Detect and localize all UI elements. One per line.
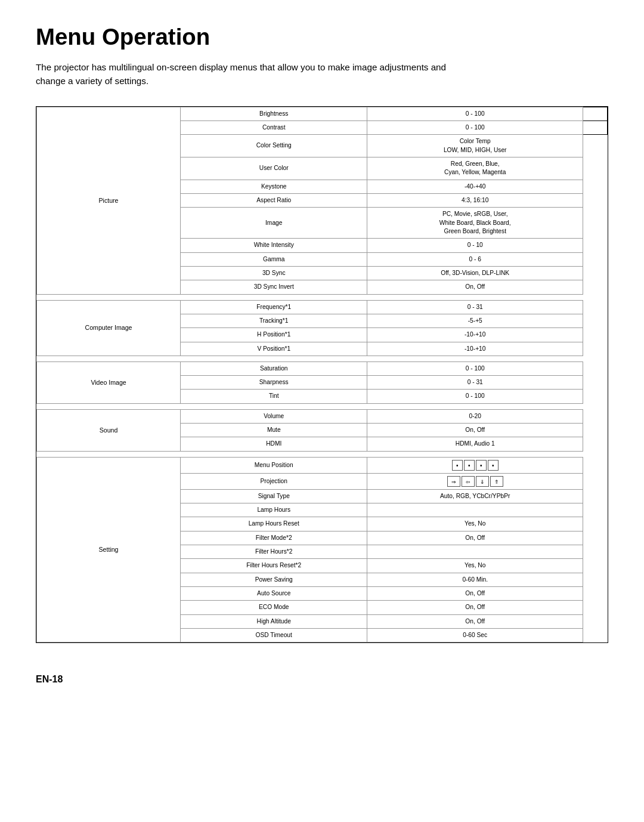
category-cell: Computer Image <box>37 300 181 356</box>
setting-label: White Intensity <box>181 239 367 252</box>
setting-label: Volume <box>181 409 367 423</box>
category-cell: Setting <box>37 457 181 642</box>
setting-label: ECO Mode <box>181 601 367 614</box>
setting-label: Image <box>181 208 367 239</box>
setting-label: Aspect Ratio <box>181 193 367 207</box>
setting-value: 0-60 Sec <box>367 629 583 642</box>
setting-label: Frequency*1 <box>181 300 367 314</box>
setting-label: Lamp Hours <box>181 503 367 517</box>
setting-label: OSD Timeout <box>181 629 367 642</box>
setting-label: Contrast <box>181 120 367 134</box>
setting-value: Red, Green, Blue, Cyan, Yellow, Magenta <box>367 157 583 180</box>
setting-label: V Position*1 <box>181 342 367 356</box>
setting-value: On, Off <box>367 614 583 628</box>
setting-label: Color Setting <box>181 135 367 157</box>
category-cell: Video Image <box>37 361 181 403</box>
setting-value: On, Off <box>367 601 583 614</box>
setting-label: Gamma <box>181 252 367 266</box>
setting-value: -5-+5 <box>367 314 583 327</box>
setting-value: -10-+10 <box>367 328 583 342</box>
setting-value: PC, Movie, sRGB, User, White Board, Blac… <box>367 208 583 239</box>
setting-value: -10-+10 <box>367 342 583 356</box>
setting-value: 0 - 100 <box>367 120 583 134</box>
setting-value: HDMI, Audio 1 <box>367 437 583 451</box>
page-title: Menu Operation <box>36 24 608 50</box>
setting-value: On, Off <box>367 587 583 601</box>
setting-value: On, Off <box>367 424 583 437</box>
menu-diagram: PictureBrightness0 - 100Contrast0 - 100C… <box>36 106 608 644</box>
setting-value: 4:3, 16:10 <box>367 193 583 207</box>
setting-value: Yes, No <box>367 517 583 531</box>
setting-value: On, Off <box>367 531 583 545</box>
setting-value: 0 - 100 <box>367 107 583 120</box>
setting-label: Menu Position <box>181 457 367 473</box>
setting-value: 0 - 31 <box>367 300 583 314</box>
setting-label: Saturation <box>181 361 367 375</box>
setting-label: User Color <box>181 157 367 180</box>
setting-label: Tracking*1 <box>181 314 367 327</box>
setting-value: Color Temp LOW, MID, HIGH, User <box>367 135 583 157</box>
setting-value: 0 - 6 <box>367 252 583 266</box>
setting-label: Keystone <box>181 180 367 193</box>
setting-value: 0 - 100 <box>367 390 583 403</box>
setting-value: Off, 3D-Vision, DLP-LINK <box>367 266 583 280</box>
category-cell: Picture <box>37 107 181 294</box>
setting-value: Auto, RGB, YCbCr/YPbPr <box>367 489 583 503</box>
setting-value: 0-20 <box>367 409 583 423</box>
setting-value <box>367 503 583 517</box>
setting-value <box>367 545 583 559</box>
setting-label: Signal Type <box>181 489 367 503</box>
setting-label: Brightness <box>181 107 367 120</box>
setting-value: -40-+40 <box>367 180 583 193</box>
setting-label: Lamp Hours Reset <box>181 517 367 531</box>
setting-value: ⇒⇦⇓⇑ <box>367 473 583 489</box>
setting-label: Tint <box>181 390 367 403</box>
extra-value <box>583 107 608 120</box>
setting-value: 0 - 100 <box>367 361 583 375</box>
setting-label: Filter Hours*2 <box>181 545 367 559</box>
page-footer: EN-18 <box>36 674 608 685</box>
setting-label: Auto Source <box>181 587 367 601</box>
setting-value: 0 - 31 <box>367 376 583 390</box>
setting-value: 0-60 Min. <box>367 573 583 586</box>
setting-label: 3D Sync Invert <box>181 280 367 294</box>
setting-label: Filter Hours Reset*2 <box>181 559 367 573</box>
extra-value-2 <box>583 120 608 134</box>
setting-label: Sharpness <box>181 376 367 390</box>
setting-label: Filter Mode*2 <box>181 531 367 545</box>
setting-value: •••• <box>367 457 583 473</box>
setting-value: 0 - 10 <box>367 239 583 252</box>
setting-label: Power Saving <box>181 573 367 586</box>
intro-text: The projector has multilingual on-screen… <box>36 61 453 88</box>
setting-label: H Position*1 <box>181 328 367 342</box>
setting-label: Projection <box>181 473 367 489</box>
category-cell: Sound <box>37 409 181 451</box>
setting-value: On, Off <box>367 280 583 294</box>
setting-label: HDMI <box>181 437 367 451</box>
setting-value: Yes, No <box>367 559 583 573</box>
setting-label: Mute <box>181 424 367 437</box>
setting-label: High Altitude <box>181 614 367 628</box>
setting-label: 3D Sync <box>181 266 367 280</box>
